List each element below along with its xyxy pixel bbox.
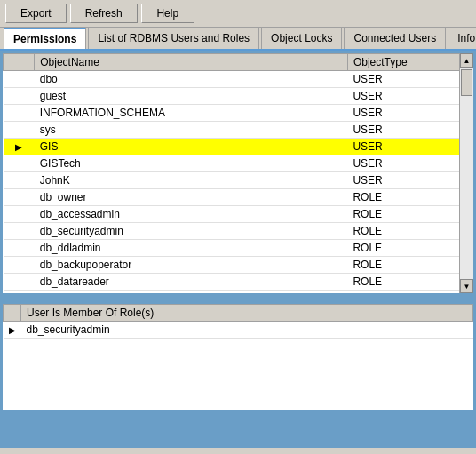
table-row[interactable]: guest USER <box>4 88 473 105</box>
table-row[interactable]: dbo USER <box>4 71 473 88</box>
row-arrow <box>4 88 35 105</box>
bottom-panel-inner: User Is Member Of Role(s) ▶ db_securitya… <box>3 304 473 410</box>
content-area: ObjectName ObjectType dbo USER guest USE… <box>0 51 476 448</box>
row-arrow <box>4 223 35 240</box>
table-row[interactable]: ▶ GIS USER <box>4 139 473 155</box>
object-type: ROLE <box>347 274 472 291</box>
tab-connected-users[interactable]: Connected Users <box>344 28 446 49</box>
col-header-object-type: ObjectType <box>347 54 472 71</box>
object-name: db_datareader <box>35 274 348 291</box>
help-button[interactable]: Help <box>141 4 194 23</box>
scroll-track[interactable] <box>460 68 473 279</box>
col-header-arrow <box>4 54 35 71</box>
top-table-scroll[interactable]: ObjectName ObjectType dbo USER guest USE… <box>3 53 473 293</box>
row-arrow <box>4 155 35 172</box>
table-row[interactable]: GISTech USER <box>4 155 473 172</box>
scrollbar[interactable]: ▲ ▼ <box>459 53 473 293</box>
bottom-panel: User Is Member Of Role(s) ▶ db_securitya… <box>0 301 476 448</box>
table-row[interactable]: db_ddladmin ROLE <box>4 240 473 257</box>
row-arrow <box>4 172 35 189</box>
object-type: ROLE <box>347 223 472 240</box>
object-name: db_ddladmin <box>35 240 348 257</box>
bottom-col-header: User Is Member Of Role(s) <box>21 305 473 322</box>
toolbar: Export Refresh Help <box>0 0 476 28</box>
object-name: db_accessadmin <box>35 206 348 223</box>
row-arrow: ▶ <box>4 322 21 339</box>
object-type: USER <box>347 122 472 139</box>
table-row[interactable]: db_securityadmin ROLE <box>4 223 473 240</box>
tab-permissions[interactable]: Permissions <box>4 28 86 49</box>
object-type: USER <box>347 172 472 189</box>
table-row[interactable]: db_accessadmin ROLE <box>4 206 473 223</box>
table-row[interactable]: db_datareader ROLE <box>4 274 473 291</box>
row-arrow: ▶ <box>4 139 35 155</box>
table-row[interactable]: JohnK USER <box>4 172 473 189</box>
table-row[interactable]: db_backupoperator ROLE <box>4 257 473 274</box>
object-type: ROLE <box>347 189 472 206</box>
object-type: ROLE <box>347 257 472 274</box>
object-type: USER <box>347 71 472 88</box>
top-table: ObjectName ObjectType dbo USER guest USE… <box>3 53 473 293</box>
object-name: JohnK <box>35 172 348 189</box>
object-name: INFORMATION_SCHEMA <box>35 105 348 122</box>
object-type: ROLE <box>347 206 472 223</box>
tab-rdbms-users[interactable]: List of RDBMS Users and Roles <box>88 28 259 49</box>
row-arrow <box>4 71 35 88</box>
object-type: USER <box>347 88 472 105</box>
object-type: USER <box>347 139 472 155</box>
object-name: GISTech <box>35 155 348 172</box>
bottom-table: User Is Member Of Role(s) ▶ db_securitya… <box>3 304 473 339</box>
bottom-col-arrow <box>4 305 21 322</box>
object-name: db_owner <box>35 189 348 206</box>
table-row[interactable]: INFORMATION_SCHEMA USER <box>4 105 473 122</box>
tabs-bar: Permissions List of RDBMS Users and Role… <box>0 28 476 51</box>
object-type: USER <box>347 105 472 122</box>
refresh-button[interactable]: Refresh <box>70 4 138 23</box>
object-name: db_datawriter <box>35 291 348 294</box>
col-header-object-name: ObjectName <box>35 54 348 71</box>
row-arrow <box>4 122 35 139</box>
object-name: sys <box>35 122 348 139</box>
table-row[interactable]: sys USER <box>4 122 473 139</box>
row-arrow <box>4 291 35 294</box>
table-row[interactable]: db_owner ROLE <box>4 189 473 206</box>
object-name: guest <box>35 88 348 105</box>
tab-info[interactable]: Info <box>448 28 476 49</box>
object-name: dbo <box>35 71 348 88</box>
object-name: db_backupoperator <box>35 257 348 274</box>
row-arrow <box>4 274 35 291</box>
row-arrow <box>4 240 35 257</box>
row-arrow <box>4 257 35 274</box>
table-row[interactable]: db_datawriter ROLE <box>4 291 473 294</box>
object-type: USER <box>347 155 472 172</box>
top-panel-inner: ObjectName ObjectType dbo USER guest USE… <box>3 53 473 293</box>
row-arrow <box>4 206 35 223</box>
row-arrow <box>4 105 35 122</box>
row-arrow <box>4 189 35 206</box>
scroll-down-button[interactable]: ▼ <box>460 279 473 293</box>
object-name: GIS <box>35 139 348 155</box>
export-button[interactable]: Export <box>5 4 67 23</box>
scroll-up-button[interactable]: ▲ <box>460 53 473 68</box>
role-name: db_securityadmin <box>21 322 473 339</box>
object-name: db_securityadmin <box>35 223 348 240</box>
tab-object-locks[interactable]: Object Locks <box>261 28 342 49</box>
list-item[interactable]: ▶ db_securityadmin <box>4 322 473 339</box>
object-type: ROLE <box>347 240 472 257</box>
object-type: ROLE <box>347 291 472 294</box>
scroll-handle[interactable] <box>461 69 472 96</box>
top-panel: ObjectName ObjectType dbo USER guest USE… <box>0 51 476 296</box>
